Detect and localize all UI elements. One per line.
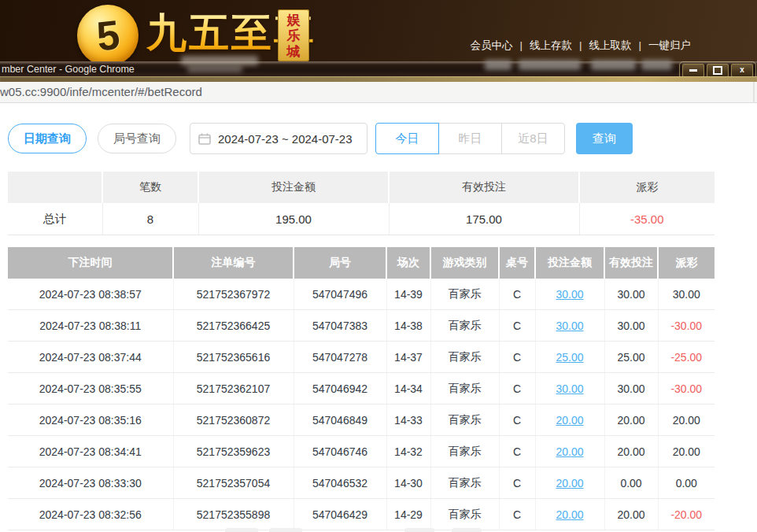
game-cell: 百家乐 — [430, 310, 499, 342]
summary-header-bet-amount: 投注金额 — [198, 172, 389, 203]
window-title: mber Center - Google Chrome — [2, 63, 135, 76]
header-table-number: 桌号 — [499, 247, 535, 279]
quick-last8days-button[interactable]: 近8日 — [501, 123, 565, 154]
amount-cell[interactable]: 20.00 — [535, 467, 604, 499]
date-range-input[interactable]: 2024-07-23 ~ 2024-07-23 — [190, 123, 367, 154]
amount-cell[interactable]: 30.00 — [535, 279, 604, 310]
session-cell: 14-32 — [386, 436, 430, 467]
nav-one-key-transfer[interactable]: 一键归户 — [648, 39, 691, 51]
payout-cell: -30.00 — [658, 373, 715, 405]
amount-cell[interactable]: 25.00 — [535, 342, 604, 373]
close-button[interactable]: x — [731, 64, 753, 77]
bet-amount-link[interactable]: 20.00 — [556, 445, 583, 458]
header-bet-time: 下注时间 — [8, 247, 173, 279]
amount-cell[interactable]: 20.00 — [535, 405, 604, 436]
payout-cell: 20.00 — [658, 436, 715, 467]
screen: 5 九五至尊 娱 乐 城 会员中心|线上存款|线上取款|一键归户 mber Ce… — [0, 0, 757, 532]
pagination-button[interactable] — [404, 528, 434, 532]
bet-time-cell: 2024-07-23 08:35:55 — [8, 373, 173, 405]
blurred-text — [591, 60, 636, 70]
bet-time-cell: 2024-07-23 08:34:41 — [8, 436, 173, 467]
table-row: 2024-07-23 08:35:16521752360872547046849… — [8, 405, 715, 436]
quick-today-button[interactable]: 今日 — [375, 123, 439, 154]
bet-time-cell: 2024-07-23 08:35:16 — [8, 405, 173, 436]
summary-total-row: 总计 8 195.00 175.00 -35.00 — [8, 203, 715, 235]
bet-table-body: 2024-07-23 08:38:57521752367972547047496… — [8, 279, 715, 530]
top-nav: 会员中心|线上存款|线上取款|一键归户 — [470, 39, 691, 53]
bet-amount-link[interactable]: 25.00 — [556, 351, 583, 364]
payout-cell: -25.00 — [658, 342, 715, 373]
address-bar[interactable]: w05.cc:9900/infe/mcenter/#/betRecord — [0, 82, 757, 103]
bet-id-cell: 521752360872 — [173, 405, 294, 436]
valid-cell: 0.00 — [604, 467, 658, 499]
date-query-tab[interactable]: 日期查询 — [8, 124, 87, 153]
round-cell: 547046532 — [294, 467, 386, 499]
bet-amount-link[interactable]: 20.00 — [556, 477, 583, 490]
session-cell: 14-33 — [386, 405, 430, 436]
blurred-text — [519, 60, 581, 70]
session-cell: 14-30 — [386, 467, 430, 499]
bet-time-cell: 2024-07-23 08:32:56 — [8, 499, 173, 530]
summary-total-label: 总计 — [8, 203, 102, 235]
summary-payout-value: -35.00 — [579, 203, 715, 235]
game-cell: 百家乐 — [430, 279, 499, 310]
maximize-button[interactable] — [707, 64, 729, 77]
valid-cell: 25.00 — [604, 342, 658, 373]
blurred-text — [181, 56, 258, 65]
summary-header-blank — [8, 172, 102, 203]
site-header: 5 九五至尊 娱 乐 城 会员中心|线上存款|线上取款|一键归户 — [0, 0, 757, 61]
nav-member-center[interactable]: 会员中心 — [470, 39, 512, 51]
game-cell: 百家乐 — [430, 373, 499, 405]
valid-cell: 30.00 — [604, 310, 658, 342]
nav-online-withdraw[interactable]: 线上取款 — [589, 39, 631, 51]
bet-amount-link[interactable]: 30.00 — [556, 288, 583, 301]
table-cell: C — [499, 342, 535, 373]
bet-time-cell: 2024-07-23 08:33:30 — [8, 467, 173, 499]
logo-mark: 5 — [94, 11, 121, 61]
summary-bet-amount-value: 195.00 — [198, 203, 389, 235]
nav-online-deposit[interactable]: 线上存款 — [530, 39, 572, 51]
minimize-button[interactable] — [682, 64, 704, 77]
pagination-button[interactable] — [452, 528, 482, 532]
table-cell: C — [499, 467, 535, 499]
pagination-button[interactable] — [269, 528, 302, 532]
table-row: 2024-07-23 08:33:30521752357054547046532… — [8, 467, 715, 499]
table-cell: C — [499, 499, 535, 530]
summary-count-value: 8 — [102, 203, 198, 235]
summary-header-row: 笔数 投注金额 有效投注 派彩 — [8, 172, 715, 203]
session-cell: 14-34 — [386, 373, 430, 405]
bet-amount-link[interactable]: 30.00 — [556, 320, 583, 332]
valid-cell: 30.00 — [604, 373, 658, 405]
table-cell: C — [499, 279, 535, 310]
header-game-type: 游戏类别 — [430, 247, 499, 279]
valid-cell: 20.00 — [604, 405, 658, 436]
bet-time-cell: 2024-07-23 08:38:57 — [8, 279, 173, 310]
payout-cell: -30.00 — [658, 310, 715, 342]
bet-id-cell: 521752362107 — [173, 373, 294, 405]
summary-header-valid-bet: 有效投注 — [389, 172, 579, 203]
bet-amount-link[interactable]: 20.00 — [556, 414, 583, 427]
bet-id-cell: 521752357054 — [173, 467, 294, 499]
round-query-tab[interactable]: 局号查询 — [98, 124, 176, 153]
quick-yesterday-button[interactable]: 昨日 — [438, 123, 502, 154]
logo-badge: 娱 乐 城 — [278, 9, 309, 61]
summary-valid-bet-value: 175.00 — [389, 203, 579, 235]
nav-separator: | — [579, 39, 582, 51]
nav-separator: | — [638, 39, 641, 51]
amount-cell[interactable]: 30.00 — [535, 373, 604, 405]
bet-amount-link[interactable]: 20.00 — [556, 508, 583, 521]
payout-cell: 20.00 — [658, 405, 715, 436]
amount-cell[interactable]: 20.00 — [535, 436, 604, 467]
search-button[interactable]: 查询 — [576, 123, 633, 154]
table-cell: C — [499, 436, 535, 467]
bet-id-cell: 521752367972 — [173, 279, 294, 310]
amount-cell[interactable]: 20.00 — [535, 499, 604, 530]
bet-id-cell: 521752365616 — [173, 342, 294, 373]
bet-amount-link[interactable]: 30.00 — [556, 382, 583, 395]
game-cell: 百家乐 — [430, 342, 499, 373]
valid-cell: 30.00 — [604, 279, 658, 310]
amount-cell[interactable]: 30.00 — [535, 310, 604, 342]
url-text: w05.cc:9900/infe/mcenter/#/betRecord — [0, 85, 202, 98]
pagination-button[interactable] — [225, 528, 258, 532]
table-row: 2024-07-23 08:32:56521752355898547046429… — [8, 499, 715, 530]
